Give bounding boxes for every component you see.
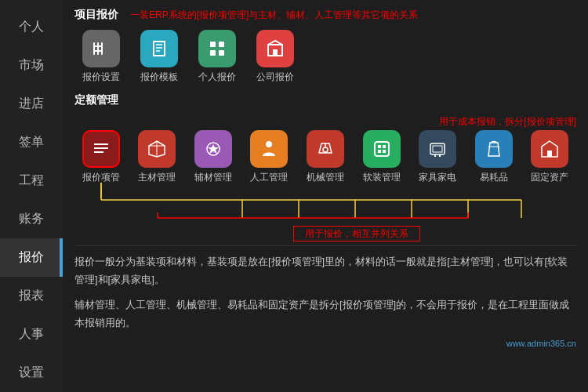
section2-title: 定额管理 bbox=[74, 93, 118, 107]
svg-rect-11 bbox=[94, 143, 108, 145]
desc-para-2: 辅材管理、人工管理、机械管理、易耗品和固定资产是拆分[报价项管理]的，不会用于报… bbox=[74, 296, 576, 332]
svg-rect-19 bbox=[378, 145, 381, 148]
svg-point-15 bbox=[266, 141, 272, 147]
svg-point-16 bbox=[323, 147, 328, 152]
icon-jiaju-jiadian[interactable]: 家具家电 bbox=[411, 130, 464, 184]
icon-box-baojia-muban bbox=[140, 30, 178, 67]
icon-label-jiaju: 家具家电 bbox=[419, 171, 456, 184]
icon-box-jixie bbox=[307, 130, 344, 168]
icon-box-zhucai bbox=[138, 130, 176, 168]
svg-rect-5 bbox=[210, 42, 216, 47]
main-content: 项目报价 一装ERP系统的[报价项管理]与主材、辅材、人工管理等其它项的关系 报… bbox=[63, 0, 588, 392]
description-text: 报价一般分为基装项和材料，基装项是放在[报价项管理]里的，材料的话一般就是指[主… bbox=[74, 252, 576, 332]
sidebar-label-shezhi: 设置 bbox=[19, 365, 44, 381]
icon-box-guding bbox=[531, 130, 568, 168]
diagram-note-top: 用于成本报销，拆分[报价项管理] bbox=[439, 115, 576, 129]
svg-rect-22 bbox=[383, 150, 386, 153]
desc-para-1: 报价一般分为基装项和材料，基装项是放在[报价项管理]里的，材料的话一般就是指[主… bbox=[74, 252, 576, 289]
svg-rect-12 bbox=[94, 147, 108, 149]
icon-box-yihaoping bbox=[475, 130, 513, 168]
icon-box-geren-baojia bbox=[198, 30, 236, 67]
svg-rect-8 bbox=[219, 50, 224, 56]
icon-label-guding: 固定资产 bbox=[531, 171, 568, 184]
sidebar-item-geren[interactable]: 个人 bbox=[0, 8, 63, 46]
svg-rect-6 bbox=[219, 42, 224, 47]
icon-box-ruanzhuang bbox=[363, 130, 401, 168]
svg-rect-28 bbox=[547, 151, 552, 157]
sidebar-label-zhangwu: 账务 bbox=[19, 211, 44, 227]
icon-box-gongsi-baojia bbox=[256, 30, 294, 67]
icon-box-rengong bbox=[250, 130, 288, 168]
icon-zhucai-guanli[interactable]: 主材管理 bbox=[131, 130, 184, 184]
sidebar-label-shichang: 市场 bbox=[19, 57, 44, 74]
icon-label-zhucai: 主材管理 bbox=[138, 171, 176, 184]
icon-box-baojia-xiangmu bbox=[82, 130, 120, 168]
icon-jixie-guanli[interactable]: 机械管理 bbox=[299, 130, 352, 184]
icon-box-fucai bbox=[194, 130, 232, 168]
svg-rect-18 bbox=[375, 142, 389, 156]
sidebar-item-shezhi[interactable]: 设置 bbox=[0, 354, 63, 392]
icon-label-baojia-xiangmu: 报价项管 bbox=[82, 171, 120, 184]
svg-rect-24 bbox=[433, 146, 442, 152]
svg-rect-10 bbox=[273, 49, 278, 56]
sidebar-label-jindian: 进店 bbox=[19, 96, 44, 112]
icon-label-gongsi-baojia: 公司报价 bbox=[256, 71, 294, 84]
sidebar: 个人 市场 进店 签单 工程 账务 报价 报表 人事 设置 bbox=[0, 0, 63, 392]
icon-baojia-shezhi[interactable]: 报价设置 bbox=[74, 30, 128, 84]
svg-rect-1 bbox=[97, 42, 99, 55]
sidebar-item-baojia[interactable]: 报价 bbox=[0, 238, 63, 277]
icon-guding-zichan[interactable]: 固定资产 bbox=[524, 130, 577, 184]
sidebar-label-baobiao: 报表 bbox=[19, 288, 44, 304]
sidebar-item-jindian[interactable]: 进店 bbox=[0, 85, 63, 123]
icon-baojia-muban[interactable]: 报价模板 bbox=[132, 30, 186, 84]
sidebar-item-renshi[interactable]: 人事 bbox=[0, 315, 63, 354]
sidebar-label-baojia: 报价 bbox=[19, 249, 44, 266]
icon-label-rengong: 人工管理 bbox=[250, 171, 288, 184]
section1-icons: 报价设置 报价模板 个人报价 bbox=[74, 30, 576, 84]
diagram-wrapper: 用于成本报销，拆分[报价项管理] 报价项管 bbox=[74, 115, 576, 241]
sidebar-label-renshi: 人事 bbox=[19, 326, 44, 343]
diagram-lines-svg bbox=[74, 183, 568, 226]
sidebar-label-gongcheng: 工程 bbox=[19, 172, 44, 189]
svg-rect-7 bbox=[210, 50, 216, 56]
sidebar-item-shichang[interactable]: 市场 bbox=[0, 46, 63, 85]
icon-rengong-guanli[interactable]: 人工管理 bbox=[243, 130, 296, 184]
svg-rect-21 bbox=[378, 150, 381, 153]
icon-label-ruanzhuang: 软装管理 bbox=[363, 171, 401, 184]
sidebar-item-baobiao[interactable]: 报表 bbox=[0, 277, 63, 315]
icon-fucai-guanli[interactable]: 辅材管理 bbox=[187, 130, 240, 184]
section-divider bbox=[74, 245, 576, 246]
icon-yihaoping[interactable]: 易耗品 bbox=[467, 130, 521, 184]
diagram-note-bottom: 用于报价，相互并列关系 bbox=[293, 226, 420, 241]
icon-label-fucai: 辅材管理 bbox=[194, 171, 232, 184]
section2-header: 定额管理 bbox=[74, 93, 576, 107]
svg-rect-2 bbox=[101, 42, 103, 55]
icon-box-baojia-shezhi bbox=[82, 30, 120, 67]
svg-rect-13 bbox=[94, 151, 103, 153]
icon-label-jixie: 机械管理 bbox=[307, 171, 344, 184]
icon-label-yihaoping: 易耗品 bbox=[480, 171, 508, 184]
sidebar-item-qiandan[interactable]: 签单 bbox=[0, 123, 63, 162]
icon-gongsi-baojia[interactable]: 公司报价 bbox=[249, 30, 302, 84]
section1-header: 项目报价 一装ERP系统的[报价项管理]与主材、辅材、人工管理等其它项的关系 bbox=[74, 8, 576, 22]
icon-ruanzhuang-guanli[interactable]: 软装管理 bbox=[355, 130, 408, 184]
icon-label-baojia-shezhi: 报价设置 bbox=[82, 71, 120, 84]
watermark: www.admin365.cn bbox=[74, 339, 576, 348]
icon-baojia-xiangmu[interactable]: 报价项管 bbox=[74, 130, 128, 184]
icon-geren-baojia[interactable]: 个人报价 bbox=[191, 30, 244, 84]
sidebar-label-qiandan: 签单 bbox=[19, 134, 44, 151]
icon-label-geren-baojia: 个人报价 bbox=[198, 71, 236, 84]
section1-note: 一装ERP系统的[报价项管理]与主材、辅材、人工管理等其它项的关系 bbox=[130, 9, 418, 22]
active-indicator bbox=[60, 238, 63, 277]
sidebar-label-geren: 个人 bbox=[19, 19, 44, 35]
section1-title: 项目报价 bbox=[74, 8, 118, 22]
svg-rect-20 bbox=[383, 145, 386, 148]
svg-rect-0 bbox=[93, 42, 95, 55]
icon-label-baojia-muban: 报价模板 bbox=[140, 71, 178, 84]
sidebar-item-zhangwu[interactable]: 账务 bbox=[0, 200, 63, 238]
sidebar-item-gongcheng[interactable]: 工程 bbox=[0, 162, 63, 200]
icon-box-jiaju bbox=[419, 130, 456, 168]
